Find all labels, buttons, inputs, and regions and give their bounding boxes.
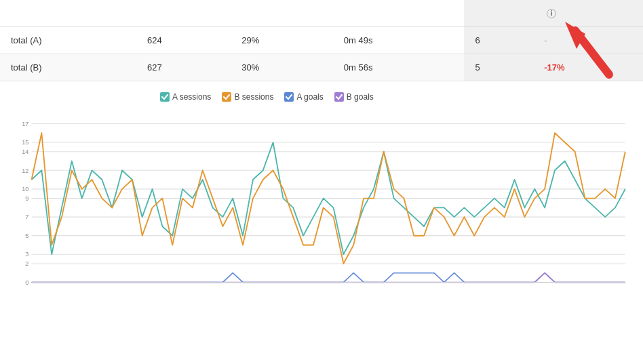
svg-text:17: 17 — [22, 119, 28, 127]
cell-goal: 5 — [464, 54, 533, 81]
svg-text:9: 9 — [25, 194, 28, 201]
cell-avg-time: 0m 49s — [333, 26, 465, 54]
cell-avg-time: 0m 56s — [333, 54, 465, 81]
svg-text:0: 0 — [25, 278, 28, 285]
legend-item[interactable]: B sessions — [222, 92, 273, 102]
cell-variant: total (A) — [0, 26, 136, 54]
svg-text:2: 2 — [25, 259, 28, 266]
info-icon: i — [547, 9, 556, 18]
cell-scrolls: 30% — [231, 54, 333, 81]
cell-sessions: 627 — [136, 54, 231, 81]
cell-variant: total (B) — [0, 54, 136, 81]
chart-header: A sessions B sessions A goals B goals — [11, 92, 632, 102]
chart-section: A sessions B sessions A goals B goals 02… — [0, 81, 643, 302]
cell-sessions: 624 — [136, 26, 231, 54]
svg-text:5: 5 — [25, 231, 28, 239]
legend-item[interactable]: A goals — [284, 92, 323, 102]
svg-text:10: 10 — [22, 184, 28, 192]
chart-area: 0235791012141517 — [11, 107, 632, 297]
col-header-variants — [0, 0, 136, 26]
legend-item[interactable]: B goals — [334, 92, 374, 102]
svg-text:12: 12 — [22, 166, 28, 174]
col-header-sessions — [136, 0, 231, 26]
cell-goal: 6 — [464, 26, 533, 54]
svg-text:7: 7 — [25, 213, 28, 220]
legend-item[interactable]: A sessions — [160, 92, 211, 102]
svg-text:14: 14 — [22, 147, 28, 155]
ab-test-table: i total (A) 624 29% 0m 49s 6 - total (B)… — [0, 0, 643, 81]
col-header-avg-time — [333, 0, 465, 26]
svg-text:15: 15 — [22, 138, 28, 146]
col-header-goal — [464, 0, 533, 26]
col-header-scrolls — [231, 0, 333, 26]
svg-text:3: 3 — [25, 250, 28, 258]
chart-legend: A sessions B sessions A goals B goals — [160, 92, 374, 102]
cell-scrolls: 29% — [231, 26, 333, 54]
